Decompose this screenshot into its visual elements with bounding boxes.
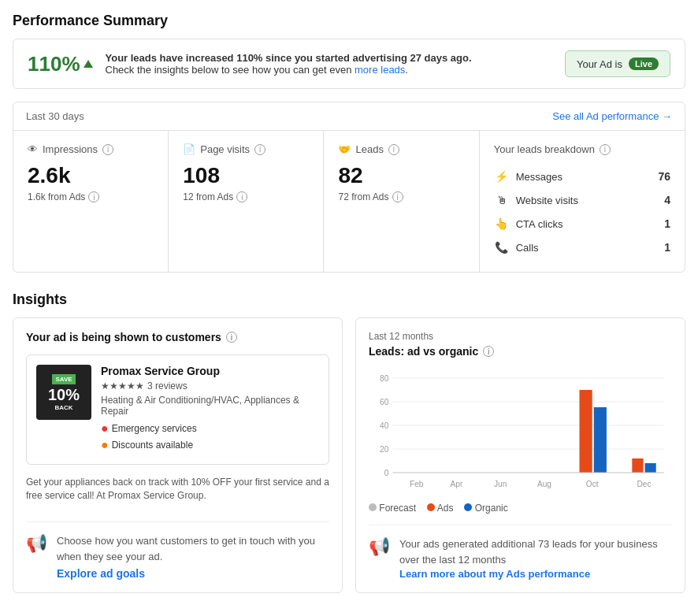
organic-label: Organic <box>475 503 508 514</box>
ad-description: Get your appliances back on track with 1… <box>26 476 329 503</box>
impressions-sub-info-icon[interactable]: i <box>88 191 99 202</box>
chart-legend: Forecast Ads Organic <box>369 503 672 514</box>
banner-message-prefix: Check the insights below to see how you … <box>106 64 355 76</box>
leads-sub-info-icon[interactable]: i <box>392 191 403 202</box>
breakdown-count: 1 <box>664 217 670 230</box>
organic-dot <box>464 503 472 511</box>
insights-grid: Your ad is being shown to customers i SA… <box>13 317 685 593</box>
stats-container: Last 30 days See all Ad performance → 👁 … <box>13 102 685 273</box>
ad-preview: SAVE 10% BACK Promax Service Group ★★★★★… <box>26 354 329 465</box>
eye-icon: 👁 <box>28 143 38 155</box>
svg-text:0: 0 <box>384 469 389 477</box>
chart-area: 80 60 40 20 0 Feb Apr Jun Aug Oct Dec <box>369 370 672 496</box>
breakdown-count: 1 <box>664 241 670 254</box>
chart-card: Last 12 months Leads: ad vs organic i 80… <box>355 317 685 593</box>
banner-left: 110% Your leads have increased 110% sinc… <box>28 52 472 76</box>
ad-shown-title: Your ad is being shown to customers i <box>26 331 329 343</box>
breakdown-count: 4 <box>664 194 670 206</box>
page-title: Performance Summary <box>13 13 685 29</box>
oct-organic-bar <box>594 407 607 473</box>
svg-text:60: 60 <box>380 398 389 406</box>
chart-megaphone-icon: 📢 <box>369 536 390 557</box>
leads-info-icon[interactable]: i <box>388 144 399 155</box>
impressions-sub: 1.6k from Ads i <box>28 191 154 202</box>
stats-header: Last 30 days See all Ad performance → <box>13 102 685 131</box>
impressions-label: 👁 Impressions i <box>28 143 154 155</box>
learn-more-link[interactable]: Learn more about my Ads performance <box>399 568 590 580</box>
emergency-icon: ● <box>101 421 109 436</box>
live-badge: Live <box>629 58 659 70</box>
stat-page-visits: 📄 Page visits i 108 12 from Ads i <box>169 131 324 272</box>
svg-text:Oct: Oct <box>586 480 599 488</box>
breakdown-rows: ⚡ Messages 76 🖱 Website visits 4 👆 CTA c… <box>494 165 670 259</box>
arrow-up-icon <box>84 60 93 68</box>
breakdown-icon: 🖱 <box>494 192 510 208</box>
breakdown-row-left: ⚡ Messages <box>494 169 562 184</box>
breakdown-row-left: 🖱 Website visits <box>494 192 578 208</box>
breakdown-row: ⚡ Messages 76 <box>494 165 670 188</box>
page-visits-label: 📄 Page visits i <box>183 143 309 155</box>
ad-tag2: ● Discounts available <box>101 438 319 452</box>
save-label: SAVE <box>52 374 75 384</box>
performance-banner: 110% Your leads have increased 110% sinc… <box>13 39 685 89</box>
banner-message-suffix: . <box>405 64 408 76</box>
svg-text:Feb: Feb <box>410 480 424 488</box>
breakdown-label: Website visits <box>516 195 578 206</box>
explore-ad-goals-link[interactable]: Explore ad goals <box>57 567 329 580</box>
star-icons: ★★★★★ <box>101 380 144 391</box>
organic-legend: Organic <box>464 503 507 514</box>
leads-sub: 72 from Ads i <box>338 191 464 202</box>
insights-title: Insights <box>13 291 685 308</box>
impressions-info-icon[interactable]: i <box>102 144 113 155</box>
ads-label: Ads <box>437 503 454 514</box>
chart-period: Last 12 months <box>369 331 672 342</box>
percent-value: 110% <box>28 52 80 76</box>
page-visits-sub: 12 from Ads i <box>183 191 309 202</box>
breakdown-row: 🖱 Website visits 4 <box>494 188 670 212</box>
banner-more-link[interactable]: more leads <box>355 64 405 76</box>
breakdown-label: CTA clicks <box>516 218 563 230</box>
forecast-legend: Forecast <box>369 503 416 514</box>
breakdown-info-icon[interactable]: i <box>600 144 611 155</box>
svg-text:Dec: Dec <box>637 480 652 488</box>
page-visits-sub-info-icon[interactable]: i <box>236 191 247 202</box>
see-all-link[interactable]: See all Ad performance → <box>552 110 672 122</box>
back-label: BACK <box>54 404 72 411</box>
svg-text:40: 40 <box>380 421 389 430</box>
breakdown-title: Your leads breakdown i <box>494 143 670 155</box>
goals-section: 📢 Choose how you want customers to get i… <box>26 521 329 580</box>
ad-shown-info-icon[interactable]: i <box>226 332 237 343</box>
ad-category: Heating & Air Conditioning/HVAC, Applian… <box>101 395 319 417</box>
goals-text: Choose how you want customers to get in … <box>57 533 329 564</box>
stats-period: Last 30 days <box>26 110 84 122</box>
stat-leads: 🤝 Leads i 82 72 from Ads i <box>324 131 479 272</box>
ads-insight-text: Your ads generated additional 73 leads f… <box>399 536 672 567</box>
stats-row: 👁 Impressions i 2.6k 1.6k from Ads i 📄 P… <box>13 131 685 272</box>
ad-status-box: Your Ad is Live <box>565 50 670 77</box>
svg-text:20: 20 <box>380 445 389 454</box>
discount-icon: ● <box>101 438 109 452</box>
page-visits-value: 108 <box>183 163 309 188</box>
page-icon: 📄 <box>183 143 195 155</box>
ads-insight-bottom: 📢 Your ads generated additional 73 leads… <box>369 525 672 580</box>
banner-text: Your leads have increased 110% since you… <box>106 52 472 76</box>
breakdown-count: 76 <box>658 170 670 183</box>
breakdown-label: Calls <box>516 242 539 254</box>
ad-is-label: Your Ad is <box>577 58 622 70</box>
leads-breakdown: Your leads breakdown i ⚡ Messages 76 🖱 W… <box>480 131 685 272</box>
chart-info-icon[interactable]: i <box>483 346 494 357</box>
breakdown-row-left: 📞 Calls <box>494 239 539 255</box>
stat-impressions: 👁 Impressions i 2.6k 1.6k from Ads i <box>13 131 169 272</box>
forecast-dot <box>369 503 377 511</box>
percent-badge: 110% <box>28 52 93 76</box>
impressions-value: 2.6k <box>28 163 154 188</box>
breakdown-label: Messages <box>516 171 562 183</box>
breakdown-icon: ⚡ <box>494 169 510 184</box>
breakdown-row-left: 👆 CTA clicks <box>494 216 563 232</box>
svg-text:Apr: Apr <box>451 480 463 488</box>
ads-insight-content: Your ads generated additional 73 leads f… <box>399 536 672 580</box>
ads-dot <box>427 503 435 511</box>
forecast-label: Forecast <box>379 503 416 514</box>
dec-organic-bar <box>645 463 656 473</box>
page-visits-info-icon[interactable]: i <box>254 144 265 155</box>
